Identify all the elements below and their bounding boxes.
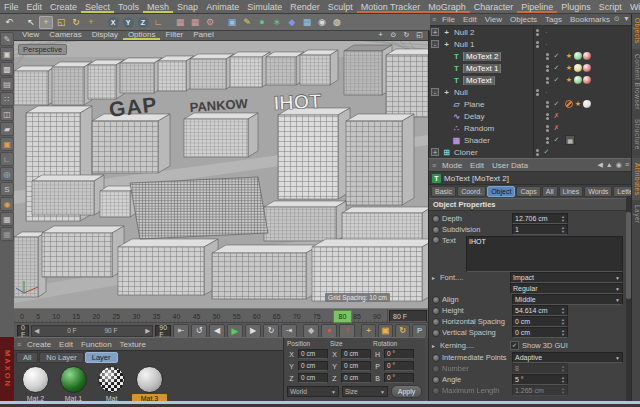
visibility-dots-icon[interactable]	[543, 100, 551, 108]
expander-icon[interactable]: -	[431, 88, 439, 96]
workplane-mode-icon[interactable]: ▤	[0, 77, 14, 91]
previous-frame-icon[interactable]: ◀	[209, 324, 225, 338]
tab-object[interactable]: Object	[487, 186, 515, 197]
size-mode-select[interactable]: Size▼	[342, 386, 388, 397]
tab-basic[interactable]: Basic	[431, 186, 456, 197]
visibility-dots-icon[interactable]	[543, 52, 551, 60]
z-axis-lock-icon[interactable]: Z	[136, 16, 150, 29]
om-menu-bookmarks[interactable]: Bookmarks	[566, 14, 614, 25]
tab-all[interactable]: All	[542, 186, 558, 197]
polygons-mode-icon[interactable]: ▰	[0, 122, 14, 136]
enable-state-icon[interactable]: ✗	[551, 112, 562, 120]
tree-item-motext[interactable]: TMoText✓★	[429, 74, 632, 86]
visibility-dots-icon[interactable]	[543, 124, 551, 132]
material-preview-sphere[interactable]	[98, 366, 125, 393]
keyframe-help-icon[interactable]: ?	[339, 324, 355, 338]
keyframe-dot-icon[interactable]	[432, 226, 440, 234]
viewport-canvas[interactable]: GAP PANKOW IHOT Perspective Grid Spacing…	[14, 41, 428, 309]
tree-item-cloner[interactable]: +⊞Cloner✓	[429, 146, 632, 158]
mat-menu-function[interactable]: Function	[77, 339, 116, 350]
enable-state-icon[interactable]: ✗	[551, 124, 562, 132]
edges-mode-icon[interactable]: ◫	[0, 107, 14, 121]
material-mat-3[interactable]: Mat.3	[132, 366, 167, 403]
position-field[interactable]: 0 cm	[298, 373, 328, 383]
axis-modification-icon[interactable]: ∟	[0, 152, 14, 166]
keyframe-dot-icon[interactable]	[432, 329, 440, 337]
quantize-icon[interactable]: ◉	[0, 197, 14, 211]
light-icon[interactable]: ◍	[330, 16, 344, 29]
enable-state-icon[interactable]: ·	[541, 89, 552, 96]
menu-edit[interactable]: Edit	[23, 1, 47, 13]
visibility-dots-icon[interactable]	[543, 136, 551, 144]
enable-state-icon[interactable]: ✓	[551, 100, 562, 108]
viewport-menu-view[interactable]: View	[17, 30, 44, 40]
lock-workplane-icon[interactable]: ▦	[0, 227, 14, 241]
side-tab-layer[interactable]: Layer	[632, 200, 640, 229]
range-end-field[interactable]: 90 F	[155, 325, 171, 337]
subdivision-surface-icon[interactable]: ●	[255, 16, 269, 29]
keyframe-dot-icon[interactable]	[432, 215, 440, 223]
show-3d-gui-checkbox[interactable]: ✓	[510, 341, 519, 350]
keyframe-dot-icon[interactable]	[432, 376, 440, 384]
align-select[interactable]: Middle ▼	[512, 294, 623, 305]
viewport-menu-filter[interactable]: Filter	[160, 30, 188, 40]
tree-item-plane[interactable]: ▱Plane✓★	[429, 98, 632, 110]
keyframe-dot-icon[interactable]	[432, 354, 440, 362]
subdivision-field[interactable]: 1 ▲▼	[512, 224, 568, 235]
expander-icon[interactable]: +	[431, 148, 439, 156]
effector-tag-icon[interactable]: ★	[565, 52, 573, 60]
attr-menu-edit[interactable]: Edit	[466, 160, 488, 171]
mat-menu-edit[interactable]: Edit	[55, 339, 77, 350]
move-tool-icon[interactable]: +	[39, 16, 53, 29]
previous-key-icon[interactable]: ↺	[191, 324, 207, 338]
goto-end-icon[interactable]: ⇥	[281, 324, 297, 338]
record-position-icon[interactable]: +	[361, 324, 376, 338]
mat-menu-create[interactable]: Create	[23, 339, 55, 350]
model-mode-icon[interactable]: ▣	[0, 47, 14, 61]
material-tag-icon[interactable]	[574, 64, 582, 72]
render-settings-icon[interactable]: ⚙	[203, 16, 217, 29]
pen-spline-icon[interactable]: ✎	[240, 16, 254, 29]
range-start-field[interactable]: 0 F	[17, 325, 29, 337]
expander-icon[interactable]: +	[431, 28, 439, 36]
coordinate-system-icon[interactable]: ∟	[151, 16, 165, 29]
deformer-icon[interactable]: ◆	[285, 16, 299, 29]
menu-motion-tracker[interactable]: Motion Tracker	[357, 1, 425, 13]
live-selection-icon[interactable]: ↖	[24, 16, 38, 29]
angle-field[interactable]: 5 ° ▲▼	[512, 374, 568, 385]
menu-render[interactable]: Render	[286, 1, 324, 13]
camera-label[interactable]: Perspective	[18, 44, 67, 55]
record-parameter-icon[interactable]: P	[412, 324, 427, 338]
shader-tag-icon[interactable]: ▦	[565, 135, 575, 145]
object-axis-mode-icon[interactable]: ▣	[0, 137, 14, 151]
rotation-field[interactable]: 0 °	[384, 349, 414, 359]
attr-menu-mode[interactable]: Mode	[438, 160, 466, 171]
material-preview-sphere[interactable]	[136, 366, 163, 393]
record-keyframe-icon[interactable]: ◆	[303, 324, 319, 338]
enable-state-icon[interactable]: ✓	[551, 64, 562, 72]
camera-icon[interactable]: ◉	[315, 16, 329, 29]
menu-plugins[interactable]: Plugins	[557, 1, 595, 13]
play-icon[interactable]: ▶	[227, 324, 243, 338]
mograph-icon[interactable]: ∗	[270, 16, 284, 29]
enable-state-icon[interactable]: ✓	[551, 52, 562, 60]
enable-state-icon[interactable]: ·	[541, 29, 552, 36]
visibility-dots-icon[interactable]	[533, 28, 541, 36]
current-frame-field[interactable]: 80 F	[389, 310, 427, 322]
record-scale-icon[interactable]: ▣	[378, 324, 393, 338]
visibility-dots-icon[interactable]	[533, 88, 541, 96]
autokey-icon[interactable]: ●	[321, 324, 337, 338]
material-tag-icon[interactable]	[574, 76, 582, 84]
keyframe-dot-icon[interactable]	[432, 307, 440, 315]
side-tab-objects[interactable]: Objects	[632, 13, 640, 49]
text-field[interactable]: IHOT	[466, 236, 623, 272]
tree-item-null-2[interactable]: ++Null 2·	[429, 26, 632, 38]
stepper-icon[interactable]: ▲▼	[561, 318, 565, 325]
menu-icon[interactable]: ≡	[625, 161, 629, 169]
menu-character[interactable]: Character	[470, 1, 518, 13]
position-field[interactable]: 0 cm	[298, 349, 328, 359]
stepper-icon[interactable]: ▲▼	[561, 329, 565, 336]
material-mat[interactable]: Mat	[94, 366, 129, 403]
enable-state-icon[interactable]: ✓	[551, 136, 562, 144]
menu-mograph[interactable]: MoGraph	[424, 1, 470, 13]
